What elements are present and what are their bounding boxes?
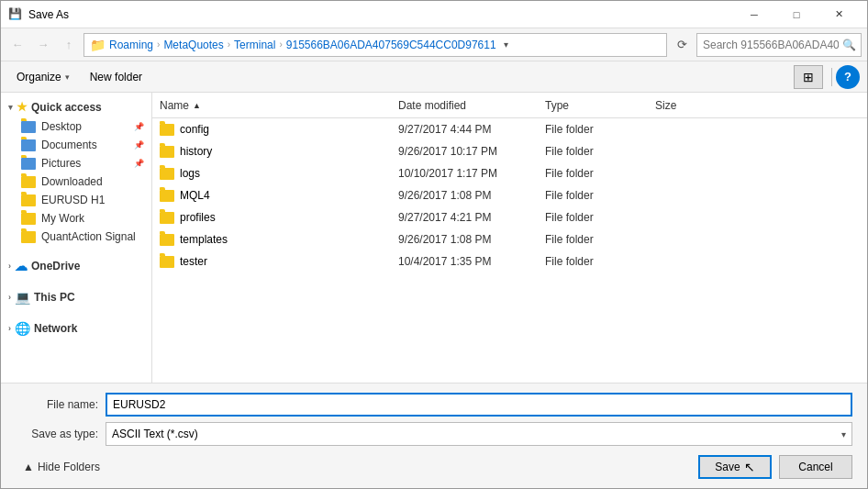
new-folder-button[interactable]: New folder [82,66,150,88]
quick-access-chevron-icon: ▾ [8,103,13,112]
eurusd-label: EURUSD H1 [41,194,144,206]
sidebar-item-my-work[interactable]: My Work [1,209,151,228]
table-row[interactable]: history 9/26/2017 10:17 PM File folder [152,140,867,162]
pictures-pin-icon: 📌 [134,159,144,168]
column-size[interactable]: Size [655,99,729,112]
save-as-dialog: 💾 Save As ─ □ ✕ ← → ↑ 📁 Roaming › MetaQu… [0,0,868,489]
dialog-title: Save As [28,8,733,21]
dialog-icon: 💾 [8,7,23,22]
breadcrumb-dropdown[interactable]: ▾ [504,39,508,50]
nav-section-onedrive: › ☁ OneDrive [1,255,151,277]
maximize-button[interactable]: □ [775,1,818,28]
downloaded-folder-icon [21,176,36,188]
close-button[interactable]: ✕ [818,1,860,28]
save-cancel-buttons: Save ↖ Cancel [698,455,852,479]
quantaction-folder-icon [21,231,36,243]
hide-folders-chevron-icon: ▲ [23,461,34,473]
organize-chevron-icon: ▾ [65,72,70,82]
file-name-history: history [160,145,398,158]
documents-folder-icon [21,139,36,151]
eurusd-folder-icon [21,194,36,206]
network-header[interactable]: › 🌐 Network [1,317,151,339]
organize-label: Organize [17,71,61,83]
work-folder-icon [21,213,36,225]
this-pc-header[interactable]: › 💻 This PC [1,286,151,308]
savetype-label: Save as type: [16,428,98,440]
quantaction-label: QuantAction Signal [41,230,144,243]
minimize-button[interactable]: ─ [733,1,775,28]
file-name-config: config [160,123,398,136]
this-pc-chevron-icon: › [8,293,11,302]
search-wrapper: 🔍 [696,33,862,57]
breadcrumb-roaming[interactable]: Roaming [109,39,153,51]
save-button[interactable]: Save ↖ [698,455,772,479]
breadcrumb-icon: 📁 [90,38,106,52]
table-row[interactable]: profiles 9/27/2017 4:21 PM File folder [152,206,867,228]
downloaded-label: Downloaded [41,175,144,188]
filename-label: File name: [16,398,98,411]
table-row[interactable]: config 9/27/2017 4:44 PM File folder [152,118,867,140]
right-panel: Name ▲ Date modified Type Size config 9/… [152,93,867,383]
table-row[interactable]: templates 9/26/2017 1:08 PM File folder [152,228,867,250]
savetype-row: Save as type: ASCII Text (*.csv) ▾ [16,422,852,446]
breadcrumb-terminal[interactable]: Terminal [234,39,275,51]
new-folder-label: New folder [90,71,142,83]
column-name[interactable]: Name ▲ [160,99,398,112]
tester-folder-icon [160,256,174,268]
column-type[interactable]: Type [545,99,655,112]
mql4-folder-icon [160,190,174,202]
sidebar-item-desktop[interactable]: Desktop 📌 [1,117,151,136]
desktop-folder-icon [21,121,36,133]
refresh-button[interactable]: ⟳ [671,34,693,56]
sidebar-item-documents[interactable]: Documents 📌 [1,136,151,154]
breadcrumb-folder-id[interactable]: 915566BA06ADA407569C544CC0D97611 [286,39,496,51]
toolbar: Organize ▾ New folder ⊞ ? [1,61,867,93]
profiles-folder-icon [160,212,174,224]
file-name-logs: logs [160,167,398,180]
up-button[interactable]: ↑ [58,34,80,56]
main-area: ▾ ★ Quick access Desktop 📌 Documents 📌 P… [1,93,867,383]
sidebar-item-downloaded[interactable]: Downloaded [1,172,151,191]
back-button[interactable]: ← [6,34,28,56]
help-button[interactable]: ? [836,65,860,89]
sidebar-item-pictures[interactable]: Pictures 📌 [1,154,151,172]
breadcrumb-metaquotes[interactable]: MetaQuotes [163,39,223,51]
history-folder-icon [160,146,174,158]
file-name-profiles: profiles [160,211,398,224]
cancel-button[interactable]: Cancel [779,455,852,479]
network-label: Network [34,322,77,335]
table-row[interactable]: MQL4 9/26/2017 1:08 PM File folder [152,184,867,206]
this-pc-label: This PC [34,291,75,304]
templates-folder-icon [160,234,174,246]
sidebar-item-eurusd-h1[interactable]: EURUSD H1 [1,191,151,209]
work-label: My Work [41,212,144,225]
forward-button[interactable]: → [32,34,54,56]
view-toggle-button[interactable]: ⊞ [794,65,823,89]
hide-folders-button[interactable]: ▲ Hide Folders [16,457,107,477]
organize-button[interactable]: Organize ▾ [8,66,78,88]
sort-chevron-icon: ▲ [193,101,201,110]
network-chevron-icon: › [8,324,11,333]
quick-access-label: Quick access [31,101,102,114]
filename-input[interactable] [106,393,852,417]
filename-row: File name: [16,393,852,417]
quick-access-header[interactable]: ▾ ★ Quick access [1,96,151,117]
cursor-icon: ↖ [744,460,755,474]
desktop-label: Desktop [41,120,127,133]
table-row[interactable]: tester 10/4/2017 1:35 PM File folder [152,250,867,272]
hide-folders-label: Hide Folders [38,461,100,473]
column-date-modified[interactable]: Date modified [398,99,545,112]
savetype-select[interactable]: ASCII Text (*.csv) ▾ [106,422,852,446]
bottom-actions-row: ▲ Hide Folders Save ↖ Cancel [16,451,852,479]
table-row[interactable]: logs 10/10/2017 1:17 PM File folder [152,162,867,184]
onedrive-header[interactable]: › ☁ OneDrive [1,255,151,277]
logs-folder-icon [160,168,174,180]
file-list: config 9/27/2017 4:44 PM File folder his… [152,118,867,383]
titlebar: 💾 Save As ─ □ ✕ [1,1,867,28]
nav-section-quick-access: ▾ ★ Quick access Desktop 📌 Documents 📌 P… [1,96,151,246]
search-input[interactable] [696,33,862,57]
this-pc-icon: 💻 [15,290,30,305]
sidebar-item-quantaction-signal[interactable]: QuantAction Signal [1,228,151,246]
network-icon: 🌐 [15,321,30,336]
quick-access-star-icon: ★ [17,100,28,114]
